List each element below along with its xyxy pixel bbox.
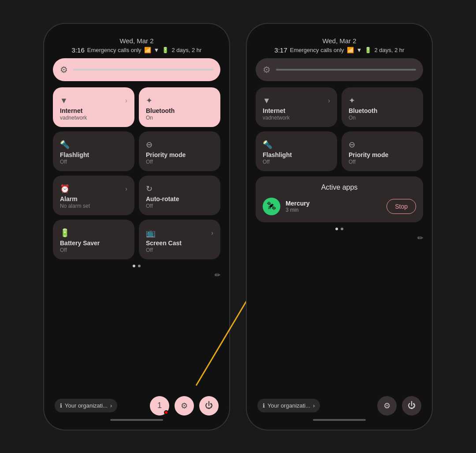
flashlight-subtitle-right: Off <box>263 159 330 165</box>
org-info-icon-right: ℹ <box>263 402 265 409</box>
bottom-bar-right: ℹ Your organizati... › ⚙ ⏻ <box>256 396 423 416</box>
settings-icon-left: ⚙ <box>181 401 188 411</box>
notification-number-left: 1 <box>157 401 162 410</box>
screencast-icon-left: 📺 <box>146 228 156 238</box>
internet-chevron-left: › <box>125 97 127 104</box>
org-chevron-left: › <box>110 402 112 409</box>
active-apps-section: Active apps 🛰 Mercury 3 min Stop <box>256 176 423 222</box>
alarm-title-left: Alarm <box>60 195 127 202</box>
autorotate-subtitle-left: Off <box>146 203 213 209</box>
phone-right: Wed, Mar 2 3:17 Emergency calls only 📶 ▼… <box>247 24 432 430</box>
brightness-icon-right: ⚙ <box>263 64 271 75</box>
tile-flashlight-left[interactable]: 🔦 Flashlight Off <box>53 131 134 171</box>
bluetooth-subtitle-right: On <box>349 115 416 121</box>
app-name-mercury: Mercury <box>286 200 309 207</box>
edit-icon-right[interactable]: ✏ <box>256 234 423 242</box>
org-pill-left[interactable]: ℹ Your organizati... › <box>55 399 117 412</box>
status-row-left: 3:16 Emergency calls only 📶 ▼ 🔋 2 days, … <box>72 46 202 54</box>
battery-text-right: 2 days, 2 hr <box>374 47 404 53</box>
screencast-title-left: Screen Cast <box>146 240 213 247</box>
tile-internet-left[interactable]: ▼ › Internet vadnetwork <box>53 87 134 127</box>
settings-btn-right[interactable]: ⚙ <box>377 396 397 416</box>
priority-subtitle-left: Off <box>146 159 213 165</box>
tile-priority-left[interactable]: ⊖ Priority mode Off <box>139 131 220 171</box>
brightness-slider-right[interactable]: ⚙ <box>256 58 423 81</box>
tiles-grid-left: ▼ › Internet vadnetwork ✦ Bluetooth On 🔦… <box>53 87 220 259</box>
bottom-icons-left: 1 ⚙ ⏻ <box>150 396 219 416</box>
tile-internet-right[interactable]: ▼ › Internet vadnetwork <box>256 87 337 127</box>
org-info-icon-left: ℹ <box>60 402 62 409</box>
brightness-slider-left[interactable]: ⚙ <box>53 58 220 81</box>
internet-title-right: Internet <box>263 107 330 114</box>
settings-btn-left[interactable]: ⚙ <box>175 396 194 416</box>
tiles-grid-right: ▼ › Internet vadnetwork ✦ Bluetooth On 🔦… <box>256 87 423 171</box>
org-chevron-right: › <box>313 402 315 409</box>
time-right: 3:17 <box>275 46 287 54</box>
power-icon-right: ⏻ <box>408 401 416 410</box>
flashlight-icon-right: 🔦 <box>263 140 272 150</box>
bottom-icons-right: ⚙ ⏻ <box>377 396 421 416</box>
tile-bluetooth-left[interactable]: ✦ Bluetooth On <box>139 87 220 127</box>
bluetooth-icon-right: ✦ <box>349 96 355 105</box>
status-bar-right: Wed, Mar 2 3:17 Emergency calls only 📶 ▼… <box>256 37 423 54</box>
flashlight-icon-left: 🔦 <box>60 140 70 150</box>
tile-priority-right[interactable]: ⊖ Priority mode Off <box>342 131 423 171</box>
flashlight-title-right: Flashlight <box>263 151 330 158</box>
home-indicator-left <box>110 419 163 421</box>
battery-text-left: 2 days, 2 hr <box>171 47 201 53</box>
power-btn-left[interactable]: ⏻ <box>199 396 219 416</box>
internet-icon-left: ▼ <box>60 96 68 105</box>
dot-1-right <box>335 228 338 230</box>
status-text-left: Emergency calls only <box>87 47 141 53</box>
wifi-icon-right: ▼ <box>357 47 362 53</box>
alarm-subtitle-left: No alarm set <box>60 203 127 209</box>
tile-battery-left[interactable]: 🔋 Battery Saver Off <box>53 220 134 259</box>
active-apps-title: Active apps <box>263 183 416 191</box>
flashlight-title-left: Flashlight <box>60 151 127 158</box>
screencast-subtitle-left: Off <box>146 247 213 253</box>
stop-button-mercury[interactable]: Stop <box>387 199 416 214</box>
signal-icon-right: 📶 <box>347 47 354 53</box>
time-left: 3:16 <box>72 46 85 54</box>
autorotate-title-left: Auto-rotate <box>146 195 213 202</box>
status-text-right: Emergency calls only <box>290 47 344 53</box>
wifi-icon-left: ▼ <box>154 47 160 53</box>
date-right: Wed, Mar 2 <box>322 37 356 45</box>
alarm-chevron-left: › <box>125 185 127 192</box>
screencast-chevron-left: › <box>211 229 213 236</box>
priority-title-left: Priority mode <box>146 151 213 158</box>
internet-subtitle-left: vadnetwork <box>60 115 127 121</box>
internet-chevron-right: › <box>328 97 330 104</box>
alarm-icon-left: ⏰ <box>60 184 70 194</box>
bluetooth-title-left: Bluetooth <box>146 107 213 114</box>
dot-2-right <box>341 228 343 230</box>
priority-title-right: Priority mode <box>349 151 416 158</box>
settings-icon-right: ⚙ <box>383 401 390 411</box>
brightness-icon-left: ⚙ <box>60 64 68 75</box>
app-row-mercury: 🛰 Mercury 3 min Stop <box>263 198 416 215</box>
power-icon-left: ⏻ <box>205 401 213 410</box>
tile-autorotate-left[interactable]: ↻ Auto-rotate Off <box>139 176 220 215</box>
autorotate-icon-left: ↻ <box>146 184 152 194</box>
tile-flashlight-right[interactable]: 🔦 Flashlight Off <box>256 131 337 171</box>
edit-icon-left[interactable]: ✏ <box>53 271 220 279</box>
pagination-right <box>256 228 423 230</box>
tile-screencast-left[interactable]: 📺 › Screen Cast Off <box>139 220 220 259</box>
status-bar-left: Wed, Mar 2 3:16 Emergency calls only 📶 ▼… <box>53 37 220 54</box>
tile-alarm-left[interactable]: ⏰ › Alarm No alarm set <box>53 176 134 215</box>
priority-icon-left: ⊖ <box>146 140 152 150</box>
dot-1-left <box>133 265 135 267</box>
notification-btn-left[interactable]: 1 <box>150 396 169 416</box>
org-pill-right[interactable]: ℹ Your organizati... › <box>257 399 320 412</box>
app-details-mercury: Mercury 3 min <box>286 200 309 213</box>
pagination-left <box>53 265 220 267</box>
app-info-mercury: 🛰 Mercury 3 min <box>263 198 309 215</box>
bluetooth-title-right: Bluetooth <box>349 107 416 114</box>
phones-comparison: Wed, Mar 2 3:16 Emergency calls only 📶 ▼… <box>44 24 432 430</box>
tile-bluetooth-right[interactable]: ✦ Bluetooth On <box>342 87 423 127</box>
power-btn-right[interactable]: ⏻ <box>402 396 421 416</box>
flashlight-subtitle-left: Off <box>60 159 127 165</box>
dot-2-left <box>138 265 141 267</box>
app-time-mercury: 3 min <box>286 207 309 213</box>
phone-left: Wed, Mar 2 3:16 Emergency calls only 📶 ▼… <box>44 24 229 430</box>
